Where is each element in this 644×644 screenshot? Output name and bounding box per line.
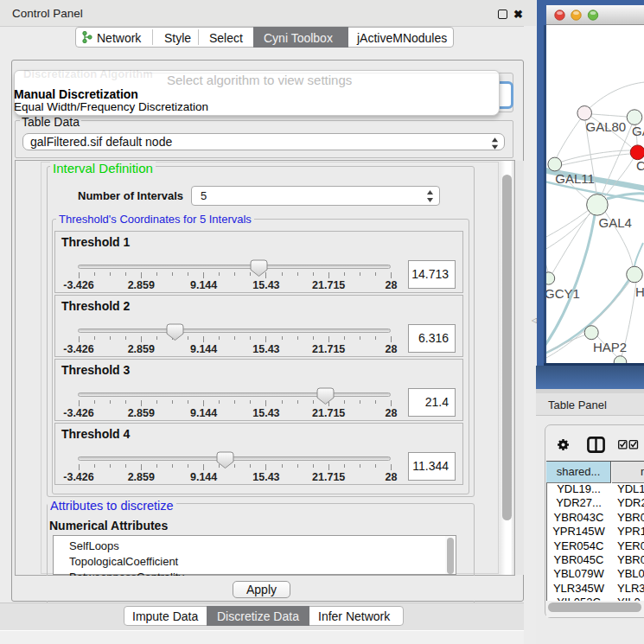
svg-text:H: H <box>635 284 644 299</box>
svg-text:GCY1: GCY1 <box>546 286 580 301</box>
svg-text:GAL11: GAL11 <box>555 171 595 186</box>
svg-text:GAL80: GAL80 <box>586 119 627 134</box>
svg-text:GA: GA <box>632 124 644 138</box>
svg-text:GAL4: GAL4 <box>599 215 632 230</box>
svg-text:CD: CD <box>636 158 644 173</box>
svg-text:HAP2: HAP2 <box>593 340 627 354</box>
